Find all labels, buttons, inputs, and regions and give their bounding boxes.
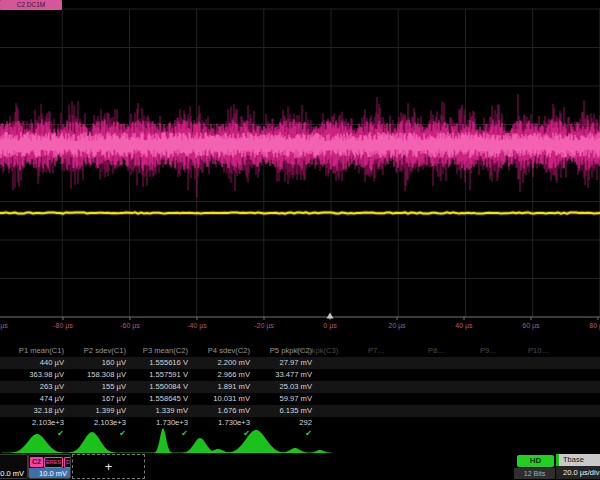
channel-c1-descriptor[interactable]: C1 DC1M 50.0 mV <box>0 454 28 479</box>
measure-value: 1.339 mV <box>128 405 190 417</box>
measure-value: 474 µV <box>4 393 66 405</box>
c2-coupling-tag: DC1M <box>64 457 71 468</box>
trace-label-badge[interactable]: C2 DC1M <box>0 0 62 10</box>
bottom-bar: C1 DC1M 50.0 mV C2 ERES DC1M 10.0 mV + H… <box>0 453 600 480</box>
measure-column-header-unused[interactable]: P10… <box>528 344 549 357</box>
time-axis-label: 80 µs <box>589 322 600 330</box>
measure-stats-row: 440 µV160 µV1.555616 V2.200 mV27.97 mV <box>0 357 600 369</box>
measure-histicon <box>10 434 64 453</box>
measure-value: 263 µV <box>4 381 66 393</box>
measure-column-header[interactable]: P4 sdev(C2) <box>190 344 252 357</box>
time-axis-label: 40 µs <box>455 322 473 330</box>
hd-mode-badge[interactable]: HD <box>517 455 554 467</box>
measure-histicon <box>226 430 286 453</box>
measure-value: 59.97 mV <box>252 393 314 405</box>
timebase-title: Tbase <box>556 454 600 466</box>
measure-value: 1.558645 V <box>128 393 190 405</box>
c2-scale-value: 10.0 mV <box>29 468 70 479</box>
measure-value: 155 µV <box>66 381 128 393</box>
measure-column-header[interactable]: P1 mean(C1) <box>4 344 66 357</box>
bit-depth-label: 12 Bits <box>514 468 555 479</box>
c2-eres-tag: ERES <box>44 457 63 468</box>
measure-column-header-unused[interactable]: P9… <box>480 344 497 357</box>
measure-stats-row: 474 µV167 µV1.558645 V10.031 mV59.97 mV <box>0 393 600 405</box>
measure-histicon <box>182 438 218 453</box>
c1-scale-value: 50.0 mV <box>0 468 27 479</box>
measure-value: 160 µV <box>66 357 128 369</box>
time-axis-label: -80 µs <box>53 322 73 330</box>
measure-value: 167 µV <box>66 393 128 405</box>
c2-badge: C2 <box>30 457 43 467</box>
measure-column-header[interactable]: P3 mean(C2) <box>128 344 190 357</box>
measure-histicon <box>68 432 116 453</box>
measure-stats-row: 363.98 µV158.308 µV1.557591 V2.966 mV33.… <box>0 369 600 381</box>
measure-value: 10.031 mV <box>190 393 252 405</box>
measure-value: 2.200 mV <box>190 357 252 369</box>
measure-value: 158.308 µV <box>66 369 128 381</box>
channel-c2-descriptor[interactable]: C2 ERES DC1M 10.0 mV <box>28 454 71 479</box>
measure-value: 440 µV <box>4 357 66 369</box>
measure-value: 1.399 µV <box>66 405 128 417</box>
measure-stats-row: 263 µV155 µV1.550084 V1.891 mV25.03 mV <box>0 381 600 393</box>
measure-stats-row: 32.18 µV1.399 µV1.339 mV1.676 mV6.135 mV <box>0 405 600 417</box>
measurement-table: P1 mean(C1)P2 sdev(C1)P3 mean(C2)P4 sdev… <box>0 344 600 436</box>
time-axis-label: -100 µs <box>0 322 8 330</box>
measure-value: 33.477 mV <box>252 369 314 381</box>
oscilloscope-screen: -100 µs-80 µs-60 µs-40 µs-20 µs0 µs20 µs… <box>0 0 600 480</box>
waveform-grid[interactable]: -100 µs-80 µs-60 µs-40 µs-20 µs0 µs20 µs… <box>0 0 600 344</box>
measure-column-header-unused[interactable]: P8… <box>428 344 445 357</box>
time-axis-label: 60 µs <box>522 322 540 330</box>
measure-column-header[interactable]: P2 sdev(C1) <box>66 344 128 357</box>
add-trace-button[interactable]: + <box>72 454 145 479</box>
measure-value: 1.550084 V <box>128 381 190 393</box>
measure-column-header-unused[interactable]: P7… <box>368 344 385 357</box>
measure-column-header-unused[interactable]: P6 pkpk(C3) <box>296 344 338 357</box>
measure-value: 1.891 mV <box>190 381 252 393</box>
measure-value: 32.18 µV <box>4 405 66 417</box>
timebase-descriptor[interactable]: Tbase 20.0 µs/div <box>556 454 600 479</box>
measure-histicon <box>154 428 172 453</box>
measure-header-row: P1 mean(C1)P2 sdev(C1)P3 mean(C2)P4 sdev… <box>0 344 600 357</box>
measure-value: 363.98 µV <box>4 369 66 381</box>
measure-value: 6.135 mV <box>252 405 314 417</box>
measure-value: 2.966 mV <box>190 369 252 381</box>
time-axis-label: 0 µs <box>323 322 337 330</box>
time-axis-label: -20 µs <box>254 322 274 330</box>
time-axis-label: 20 µs <box>388 322 406 330</box>
measure-value: 25.03 mV <box>252 381 314 393</box>
histicon-row <box>0 428 340 456</box>
time-axis-label: -40 µs <box>187 322 207 330</box>
time-axis-label: -60 µs <box>120 322 140 330</box>
measure-value: 1.555616 V <box>128 357 190 369</box>
measure-value: 1.676 mV <box>190 405 252 417</box>
measure-value: 27.97 mV <box>252 357 314 369</box>
timebase-value: 20.0 µs/div <box>556 466 600 479</box>
measure-value: 1.557591 V <box>128 369 190 381</box>
